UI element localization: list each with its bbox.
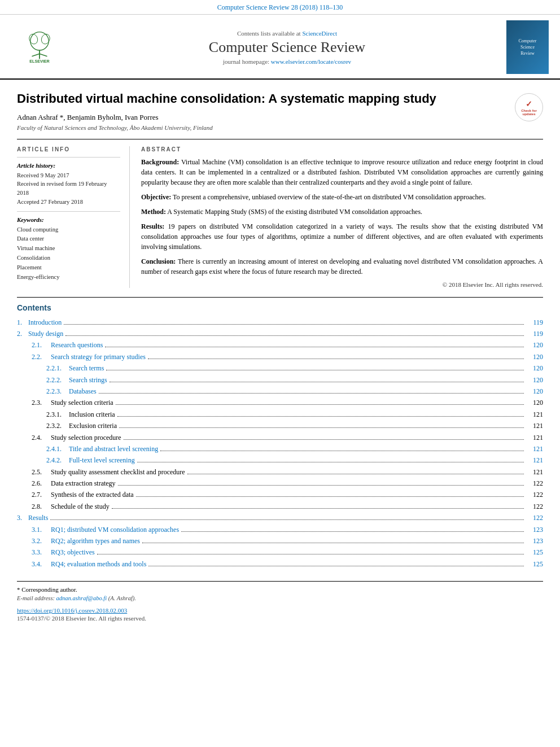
toc-number: 2.4.1. <box>46 443 69 455</box>
toc-dots <box>137 462 524 462</box>
toc-page: 125 <box>526 558 543 570</box>
toc-text[interactable]: Search strategy for primary studies <box>51 351 146 362</box>
toc-item: 2.7. Synthesis of the extracted data 122 <box>17 489 543 500</box>
toc-page: 120 <box>526 386 543 397</box>
toc-number: 2.1. <box>32 339 51 351</box>
toc-item: 1. Introduction 119 <box>17 317 543 328</box>
toc-item: 2.2. Search strategy for primary studies… <box>17 351 543 362</box>
toc-number: 2.4. <box>32 432 51 443</box>
toc-dots <box>142 543 524 543</box>
toc-item: 3.3. RQ3; objectives 125 <box>17 547 543 558</box>
toc-item: 2.8. Schedule of the study 122 <box>17 501 543 512</box>
toc-text: Study quality assessment checklist and p… <box>51 466 185 478</box>
keyword-4: Consolidation <box>17 254 120 263</box>
toc-dots <box>160 451 524 451</box>
toc-number: 2.2. <box>32 351 51 362</box>
toc-item: 3. Results 122 <box>17 512 543 523</box>
toc-page: 121 <box>526 443 543 455</box>
toc-item: 2.4.1. Title and abstract level screenin… <box>17 443 543 455</box>
toc-dots <box>117 416 524 417</box>
toc-dots <box>110 382 524 382</box>
toc-item: 3.4. RQ4; evaluation methods and tools 1… <box>17 558 543 570</box>
toc-text[interactable]: RQ1; distributed VM consolidation approa… <box>51 524 179 535</box>
toc-text[interactable]: Databases <box>69 386 97 397</box>
toc-page: 120 <box>526 374 543 386</box>
toc-text[interactable]: Results <box>28 512 48 523</box>
toc-page: 121 <box>526 455 543 466</box>
toc-item: 2.3.1. Inclusion criteria 121 <box>17 409 543 420</box>
elsevier-logo-container: ELSEVIER <box>11 30 68 64</box>
toc-dots <box>116 404 524 405</box>
toc-dots <box>118 485 524 486</box>
toc-text[interactable]: Title and abstract level screening <box>69 443 158 455</box>
toc-number: 2.3.2. <box>46 420 69 431</box>
toc-page: 122 <box>526 478 543 489</box>
history-label: Article history: <box>17 162 120 169</box>
toc-text[interactable]: Study design <box>28 328 63 339</box>
toc-text: Inclusion criteria <box>69 409 115 420</box>
toc-page: 119 <box>526 328 543 339</box>
toc-page: 121 <box>526 432 543 443</box>
email-note: E-mail address: adnan.ashraf@abo.fi (A. … <box>17 595 543 601</box>
toc-text[interactable]: RQ3; objectives <box>51 547 95 558</box>
toc-text: Exclusion criteria <box>69 420 117 431</box>
toc-number: 1. <box>17 317 28 328</box>
toc-number: 3.3. <box>32 547 51 558</box>
toc-text[interactable]: Introduction <box>28 317 62 328</box>
toc-item: 2.3.2. Exclusion criteria 121 <box>17 420 543 431</box>
issn-text: 1574-0137/© 2018 Elsevier Inc. All right… <box>17 615 543 622</box>
doi-link[interactable]: https://doi.org/10.1016/j.cosrev.2018.02… <box>17 607 543 614</box>
toc-page: 120 <box>526 351 543 362</box>
authors: Adnan Ashraf *, Benjamin Byholm, Ivan Po… <box>17 113 543 122</box>
toc-dots <box>50 519 524 520</box>
toc-text: Schedule of the study <box>51 501 110 512</box>
toc-text[interactable]: Full-text level screening <box>69 455 135 466</box>
elsevier-logo-svg: ELSEVIER <box>14 30 65 64</box>
toc-number: 2.2.3. <box>46 386 69 397</box>
toc-page: 121 <box>526 466 543 478</box>
toc-dots <box>136 496 524 497</box>
toc-text[interactable]: Search terms <box>69 362 104 374</box>
keyword-3: Virtual machine <box>17 244 120 254</box>
contents-title: Contents <box>17 303 543 312</box>
toc-page: 121 <box>526 409 543 420</box>
toc-item: 2.6. Data extraction strategy 122 <box>17 478 543 489</box>
history-item-1: Received 9 May 2017 <box>17 171 120 180</box>
toc-dots <box>181 531 524 532</box>
toc-number: 2.3.1. <box>46 409 69 420</box>
contents-available-text: Contents lists available at ScienceDirec… <box>79 30 495 37</box>
toc-item: 2.2.1. Search terms 120 <box>17 362 543 374</box>
keyword-1: Cloud computing <box>17 225 120 235</box>
toc-text[interactable]: RQ2; algorithm types and names <box>51 535 140 547</box>
footnote-section: * Corresponding author. E-mail address: … <box>17 581 543 601</box>
toc-text[interactable]: Research questions <box>51 339 103 351</box>
toc-number: 3. <box>17 512 28 523</box>
journal-center: Contents lists available at ScienceDirec… <box>68 30 506 65</box>
journal-ref-text: Computer Science Review 28 (2018) 118–13… <box>217 3 343 11</box>
abstract-background: Background: Virtual Machine (VM) consoli… <box>141 157 543 187</box>
toc-number: 2.6. <box>32 478 51 489</box>
toc-number: 3.4. <box>32 558 51 570</box>
toc-number: 2.4.2. <box>46 455 69 466</box>
history-item-3: Accepted 27 February 2018 <box>17 198 120 207</box>
toc-text[interactable]: Search strings <box>69 374 107 386</box>
cover-image: ComputerScienceReview <box>506 20 549 74</box>
abstract-results: Results: 19 papers on distributed VM con… <box>141 221 543 252</box>
keyword-5: Placement <box>17 263 120 273</box>
keywords-label: Keywords: <box>17 216 120 223</box>
keyword-2: Data center <box>17 234 120 244</box>
toc-text[interactable]: RQ4; evaluation methods and tools <box>51 558 146 570</box>
toc-item: 2. Study design 119 <box>17 328 543 339</box>
toc-page: 122 <box>526 501 543 512</box>
journal-homepage: journal homepage: www.elsevier.com/locat… <box>79 58 495 65</box>
toc-dots <box>64 324 524 325</box>
main-content: ✓ Check for updates Distributed virtual … <box>0 80 560 633</box>
abstract-method: Method: A Systematic Mapping Study (SMS)… <box>141 207 543 217</box>
toc-dots <box>148 359 524 359</box>
toc-item: 3.2. RQ2; algorithm types and names 123 <box>17 535 543 547</box>
check-updates-badge: ✓ Check for updates <box>515 93 543 121</box>
toc-dots <box>148 566 524 566</box>
svg-text:ELSEVIER: ELSEVIER <box>29 59 50 64</box>
toc-dots <box>187 474 524 474</box>
toc-dots <box>99 393 524 394</box>
